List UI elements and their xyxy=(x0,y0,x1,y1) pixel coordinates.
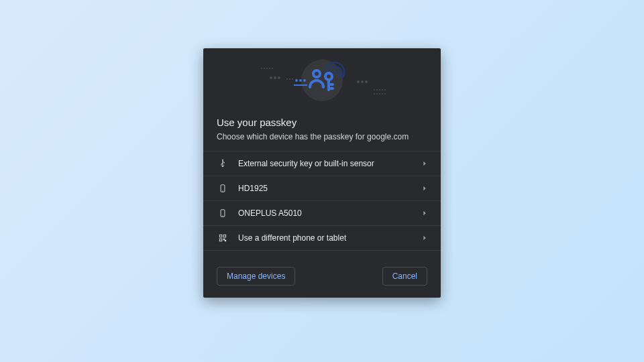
svg-rect-38 xyxy=(219,235,222,237)
svg-point-3 xyxy=(269,68,270,69)
option-device-oneplus[interactable]: ONEPLUS A5010 xyxy=(203,201,441,226)
chevron-right-icon xyxy=(422,210,427,216)
svg-point-22 xyxy=(382,93,383,95)
dialog-subtitle: Choose which device has the passkey for … xyxy=(217,132,427,141)
svg-point-15 xyxy=(376,89,378,90)
svg-rect-42 xyxy=(225,241,226,241)
dialog-header: Use your passkey Choose which device has… xyxy=(203,113,441,151)
manage-devices-button[interactable]: Manage devices xyxy=(217,267,295,286)
svg-point-31 xyxy=(303,79,306,82)
option-label: HD1925 xyxy=(238,184,268,193)
svg-rect-32 xyxy=(294,84,307,86)
svg-point-6 xyxy=(274,76,276,79)
option-different-device[interactable]: Use a different phone or tablet xyxy=(203,226,441,251)
svg-point-18 xyxy=(384,89,386,90)
svg-point-10 xyxy=(292,78,293,80)
option-device-hd1925[interactable]: HD1925 xyxy=(203,176,441,201)
svg-point-17 xyxy=(382,89,383,90)
device-list: External security key or built-in sensor… xyxy=(203,151,441,251)
passkey-hero-icon xyxy=(221,48,423,113)
svg-point-23 xyxy=(384,93,386,95)
svg-point-14 xyxy=(374,89,375,90)
passkey-dialog: Use your passkey Choose which device has… xyxy=(203,48,441,298)
svg-point-33 xyxy=(222,160,223,160)
svg-point-20 xyxy=(376,93,378,95)
svg-point-0 xyxy=(261,68,262,69)
usb-icon xyxy=(217,159,229,168)
svg-point-16 xyxy=(379,89,380,90)
chevron-right-icon xyxy=(422,186,427,191)
dialog-footer: Manage devices Cancel xyxy=(203,257,441,298)
svg-point-13 xyxy=(365,80,368,83)
svg-point-19 xyxy=(374,93,375,95)
svg-point-11 xyxy=(357,80,360,83)
qr-icon xyxy=(217,233,229,243)
svg-point-5 xyxy=(270,76,272,79)
svg-point-30 xyxy=(299,79,302,82)
phone-icon xyxy=(217,208,229,218)
svg-rect-40 xyxy=(219,239,222,241)
svg-point-1 xyxy=(264,68,265,69)
option-label: Use a different phone or tablet xyxy=(238,233,346,243)
svg-point-2 xyxy=(266,68,268,69)
svg-rect-41 xyxy=(223,239,225,240)
svg-point-9 xyxy=(289,78,290,80)
chevron-right-icon xyxy=(422,235,427,241)
svg-point-12 xyxy=(361,80,364,83)
svg-rect-39 xyxy=(223,235,226,237)
cancel-button[interactable]: Cancel xyxy=(382,267,427,286)
hero-illustration xyxy=(203,48,441,113)
svg-point-7 xyxy=(278,76,280,79)
dialog-title: Use your passkey xyxy=(217,117,427,128)
svg-point-8 xyxy=(286,78,288,80)
option-label: External security key or built-in sensor xyxy=(238,159,374,168)
svg-point-29 xyxy=(295,79,298,82)
svg-point-4 xyxy=(272,68,273,69)
option-label: ONEPLUS A5010 xyxy=(238,208,302,218)
svg-point-21 xyxy=(379,93,380,95)
chevron-right-icon xyxy=(422,161,427,166)
phone-icon xyxy=(217,184,229,193)
option-external-key[interactable]: External security key or built-in sensor xyxy=(203,152,441,176)
